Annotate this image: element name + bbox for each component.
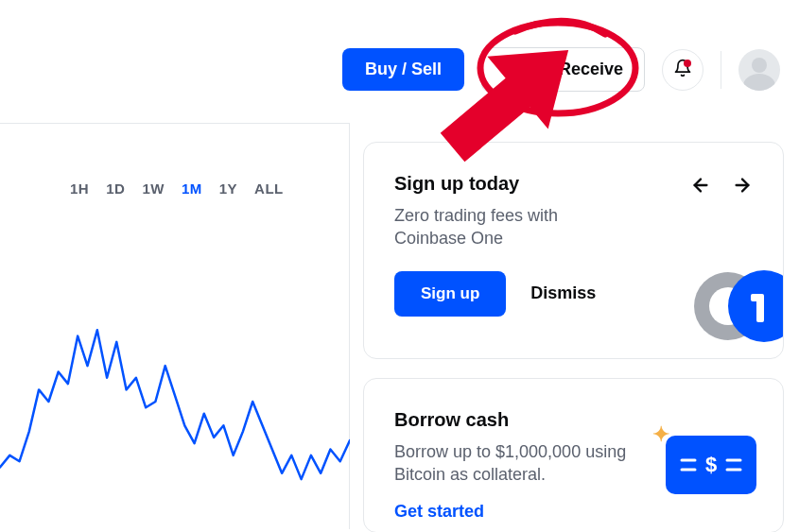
timeframe-all[interactable]: ALL [254, 180, 284, 197]
topbar: Buy / Sell Send / Receive [342, 47, 780, 92]
dismiss-button[interactable]: Dismiss [530, 283, 596, 303]
promo-card-subtitle: Zero trading fees with Coinbase One [394, 204, 631, 250]
borrow-card-title: Borrow cash [394, 409, 753, 431]
timeframe-1d[interactable]: 1D [106, 180, 125, 197]
borrow-card: Borrow cash Borrow up to $1,000,000 usin… [363, 378, 784, 532]
get-started-link[interactable]: Get started [394, 502, 753, 522]
sign-up-button[interactable]: Sign up [394, 271, 506, 317]
notifications-button[interactable] [662, 49, 703, 91]
send-receive-button[interactable]: Send / Receive [481, 47, 645, 92]
timeframe-1w[interactable]: 1W [142, 180, 165, 197]
timeframe-1m[interactable]: 1M [182, 180, 202, 197]
promo-card-nav [690, 175, 753, 201]
price-chart [0, 283, 350, 529]
promo-card: Sign up today Zero trading fees with Coi… [363, 142, 784, 359]
timeframe-1y[interactable]: 1Y [219, 180, 237, 197]
avatar[interactable] [738, 49, 780, 91]
vertical-divider [721, 51, 721, 89]
buy-sell-button[interactable]: Buy / Sell [342, 48, 464, 91]
borrow-card-subtitle: Borrow up to $1,000,000 using Bitcoin as… [394, 440, 669, 487]
prev-arrow-icon[interactable] [690, 175, 711, 201]
timeframe-1h[interactable]: 1H [70, 180, 89, 197]
svg-rect-6 [751, 294, 760, 301]
notification-dot-icon [684, 60, 691, 67]
svg-text:$: $ [705, 453, 717, 476]
timeframe-selector: 1H 1D 1W 1M 1Y ALL [0, 124, 349, 197]
cards-column: Sign up today Zero trading fees with Coi… [363, 142, 784, 532]
coinbase-one-logo-icon [686, 266, 784, 351]
chart-panel: 1H 1D 1W 1M 1Y ALL [0, 123, 350, 529]
next-arrow-icon[interactable] [732, 175, 753, 201]
